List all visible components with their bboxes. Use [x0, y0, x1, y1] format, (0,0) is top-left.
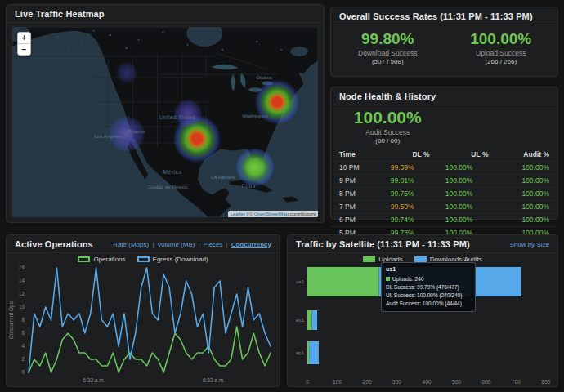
- active-operations-line-chart[interactable]: 0246810121416Concurrent Ops6:32 a.m.6:33…: [7, 265, 276, 387]
- bar-tooltip: us1 Uploads: 240 DL Success: 99.79% (476…: [381, 262, 476, 312]
- ops-link-volume-mb-[interactable]: Volume (MB): [157, 241, 195, 248]
- x-tick-label: 400: [423, 379, 432, 385]
- node-panel-header: Node Health & History: [331, 87, 557, 105]
- legend-swatch-icon: [414, 256, 427, 262]
- node-history-table: TimeDL %UL %Audit %10 PM99.39%100.00%100…: [331, 149, 557, 239]
- attribution-contributors: contributors: [289, 212, 316, 216]
- cell-ul: 100.00%: [430, 203, 489, 212]
- zoom-in-button[interactable]: +: [18, 33, 30, 44]
- bar-ap1-downloads-audits[interactable]: [309, 341, 319, 364]
- cell-ul: 100.00%: [430, 189, 489, 198]
- bar-ap1-uploads[interactable]: [307, 341, 309, 364]
- cell-dl: 99.81%: [375, 176, 430, 185]
- y-tick-label: 8: [21, 317, 25, 323]
- tooltip-ul-success: UL Success: 100.00% (240/240): [386, 292, 471, 300]
- cell-time: 9 PM: [339, 176, 375, 185]
- panel-live-traffic-heatmap: Live Traffic Heatmap: [6, 4, 325, 223]
- bar-eu1-uploads[interactable]: [307, 310, 312, 330]
- success-stats: 99.80% Download Success (507 / 508) 100.…: [331, 25, 557, 65]
- table-row: 9 PM99.81%100.00%100.00%: [331, 174, 557, 187]
- audit-stats: 100.00% Audit Success (60 / 60): [331, 105, 557, 145]
- panel-overall-success-rates: Overall Success Rates (11:31 PM - 11:33 …: [330, 7, 558, 77]
- legend-swatch-icon: [137, 256, 150, 262]
- bar-eu1-downloads-audits[interactable]: [312, 310, 318, 330]
- heatmap-panel-header: Live Traffic Heatmap: [7, 5, 324, 23]
- legend-item-operations[interactable]: Operations: [78, 256, 125, 263]
- download-success-stat: 99.80% Download Success (507 / 508): [331, 31, 445, 65]
- col-header: UL %: [430, 150, 489, 159]
- ops-link-rate-mbps-[interactable]: Rate (Mbps): [113, 241, 149, 248]
- x-tick-label: 6:32 a.m.: [83, 377, 105, 383]
- attribution-separator: | ©: [245, 212, 254, 216]
- cell-audit: 100.00%: [488, 176, 549, 185]
- y-tick-label: 2: [21, 356, 25, 362]
- dashboard: Live Traffic Heatmap: [0, 0, 564, 392]
- series-operations: [29, 327, 271, 372]
- cell-time: 6 PM: [339, 216, 375, 225]
- x-tick-label: 600: [482, 379, 491, 385]
- success-panel-header: Overall Success Rates (11:31 PM - 11:33 …: [331, 7, 557, 25]
- ops-link-concurrency[interactable]: Concurrency: [231, 241, 271, 248]
- ops-link-pieces[interactable]: Pieces: [204, 241, 223, 248]
- col-header: Time: [339, 150, 375, 159]
- audit-success-detail: (60 / 60): [331, 137, 445, 145]
- x-tick-label: 700: [512, 379, 521, 385]
- leaflet-map[interactable]: United StatesPhoenixLos AngelesWashingto…: [12, 27, 318, 217]
- cell-audit: 100.00%: [488, 216, 549, 225]
- zoom-out-button[interactable]: −: [18, 44, 30, 55]
- link-separator: |: [152, 241, 154, 248]
- cell-ul: 100.00%: [430, 216, 489, 225]
- y-tick-label: 0: [21, 369, 25, 375]
- map-tiles: [12, 27, 318, 217]
- table-row: 7 PM99.50%100.00%100.00%: [331, 200, 557, 213]
- cell-ul: 100.00%: [430, 176, 489, 185]
- download-success-detail: (507 / 508): [331, 58, 445, 65]
- cell-time: 10 PM: [339, 163, 375, 172]
- sat-panel-title: Traffic by Satellite (11:31 PM - 11:33 P…: [296, 239, 470, 249]
- sat-panel-header: Traffic by Satellite (11:31 PM - 11:33 P…: [288, 235, 557, 253]
- category-label-eu1: eu1: [296, 318, 305, 323]
- col-header: DL %: [375, 150, 430, 159]
- category-label-ap1: ap1: [296, 350, 305, 355]
- link-separator: |: [226, 241, 228, 248]
- cell-audit: 100.00%: [488, 163, 549, 172]
- leaflet-link[interactable]: Leaflet: [231, 212, 245, 216]
- cell-audit: 100.00%: [488, 189, 549, 198]
- audit-success-value: 100.00%: [331, 109, 445, 127]
- col-header: Audit %: [488, 150, 549, 159]
- series-egress-download-: [29, 268, 271, 372]
- node-panel-title: Node Health & History: [339, 91, 436, 101]
- ops-chart-legend: OperationsEgress (Download): [7, 253, 280, 265]
- table-header-row: TimeDL %UL %Audit %: [331, 149, 557, 161]
- cell-ul: 100.00%: [430, 163, 489, 172]
- openstreetmap-link[interactable]: OpenStreetMap: [254, 212, 289, 216]
- tooltip-uploads: Uploads: 240: [386, 275, 471, 283]
- legend-swatch-icon: [78, 256, 90, 262]
- upload-success-detail: (266 / 266): [445, 58, 558, 65]
- cell-dl: 99.39%: [375, 163, 430, 172]
- panel-traffic-by-satellite: Traffic by Satellite (11:31 PM - 11:33 P…: [287, 234, 558, 387]
- table-row: 6 PM99.74%100.00%100.00%: [331, 213, 557, 226]
- x-tick-label: 100: [333, 379, 342, 385]
- show-by-size-link[interactable]: Show by Size: [510, 241, 549, 248]
- y-tick-label: 14: [19, 278, 25, 283]
- y-tick-label: 16: [19, 265, 25, 270]
- cell-audit: 100.00%: [488, 203, 549, 212]
- x-tick-label: 200: [363, 379, 372, 385]
- audit-success-label: Audit Success: [331, 128, 445, 136]
- panel-node-health-history: Node Health & History 100.00% Audit Succ…: [330, 87, 558, 220]
- table-row: 10 PM99.39%100.00%100.00%: [331, 161, 557, 174]
- y-tick-label: 4: [21, 343, 25, 349]
- audit-success-stat: 100.00% Audit Success (60 / 60): [331, 109, 445, 145]
- upload-success-stat: 100.00% Upload Success (266 / 266): [445, 31, 558, 65]
- ops-panel-title: Active Operations: [15, 239, 93, 249]
- download-success-label: Download Success: [331, 49, 445, 57]
- gulf-st-lawrence: [290, 47, 308, 56]
- y-tick-label: 10: [19, 304, 25, 310]
- x-tick-label: 6:33 a.m.: [203, 377, 225, 383]
- panel-active-operations: Active Operations Rate (Mbps)|Volume (MB…: [6, 234, 280, 387]
- bar-us1-uploads[interactable]: [307, 267, 379, 296]
- x-tick-label: 500: [452, 379, 461, 385]
- upload-success-value: 100.00%: [445, 31, 558, 47]
- legend-item-egress-download-[interactable]: Egress (Download): [137, 256, 208, 263]
